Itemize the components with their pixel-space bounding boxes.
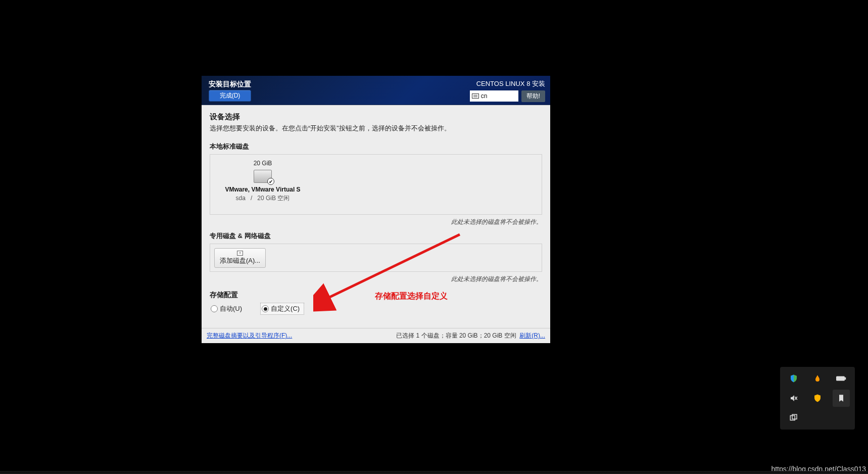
multitask-icon[interactable] — [789, 413, 799, 423]
refresh-link[interactable]: 刷新(R)... — [519, 332, 545, 339]
radio-custom[interactable]: 自定义(C) — [260, 303, 304, 315]
bookmark-icon[interactable] — [833, 390, 850, 407]
installer-header: 安装目标位置 完成(D) CENTOS LINUX 8 安装 cn 帮助! — [202, 76, 550, 105]
droplet-icon[interactable] — [812, 373, 823, 384]
radio-auto[interactable]: 自动(U) — [210, 303, 246, 314]
device-selection-desc: 选择您想要安装的设备。在您点击“开始安装”按钮之前，选择的设备并不会被操作。 — [210, 124, 542, 133]
disk-size: 20 GiB — [254, 160, 272, 167]
svg-rect-1 — [836, 376, 845, 381]
local-disks-panel: 20 GiB ✔ VMware, VMware Virtual S sda / … — [210, 154, 542, 215]
battery-icon[interactable] — [836, 373, 846, 384]
defender-icon[interactable] — [812, 393, 823, 403]
mute-icon[interactable] — [789, 393, 799, 403]
local-disks-note: 此处未选择的磁盘将不会被操作。 — [210, 218, 542, 226]
shield-icon[interactable] — [789, 373, 799, 384]
special-disks-title: 专用磁盘 & 网络磁盘 — [210, 231, 542, 241]
footer-summary-text: 已选择 1 个磁盘；容量 20 GiB；20 GiB 空闲 — [396, 332, 516, 339]
keyboard-layout-code: cn — [481, 92, 488, 100]
installer-window: 安装目标位置 完成(D) CENTOS LINUX 8 安装 cn 帮助! 设备… — [202, 76, 550, 343]
annotation-text: 存储配置选择自定义 — [375, 291, 448, 302]
disk-free: 20 GiB 空闲 — [257, 195, 290, 202]
tray-empty-2 — [836, 413, 846, 423]
storage-config-radios: 自动(U) 自定义(C) — [210, 303, 542, 315]
help-button[interactable]: 帮助! — [521, 90, 545, 102]
installer-brand: CENTOS LINUX 8 安装 — [476, 79, 545, 88]
keyboard-icon — [472, 93, 479, 99]
special-disks-panel: 添加磁盘(A)... — [210, 244, 542, 272]
radio-custom-label: 自定义(C) — [271, 304, 300, 313]
tray-empty-1 — [812, 413, 823, 423]
disk-name: VMware, VMware Virtual S — [225, 186, 300, 193]
full-disk-summary-link[interactable]: 完整磁盘摘要以及引导程序(F)... — [207, 331, 292, 340]
keyboard-layout-field[interactable]: cn — [470, 90, 518, 102]
radio-auto-indicator — [211, 305, 218, 312]
taskbar[interactable] — [0, 471, 868, 474]
disk-dev: sda — [236, 195, 246, 202]
add-disk-button[interactable]: 添加磁盘(A)... — [214, 248, 266, 268]
page-title: 安装目标位置 — [209, 80, 251, 89]
radio-auto-label: 自动(U) — [220, 304, 242, 313]
radio-custom-indicator — [262, 305, 269, 312]
special-disks-note: 此处未选择的磁盘将不会被操作。 — [210, 275, 542, 283]
disk-item-sda[interactable]: 20 GiB ✔ VMware, VMware Virtual S sda / … — [217, 160, 308, 203]
add-disk-icon — [237, 251, 243, 256]
footer-summary: 已选择 1 个磁盘；容量 20 GiB；20 GiB 空闲 刷新(R)... — [396, 331, 545, 340]
system-tray-popup — [780, 367, 855, 430]
local-disks-title: 本地标准磁盘 — [210, 142, 542, 151]
add-disk-label: 添加磁盘(A)... — [220, 256, 260, 265]
device-selection-title: 设备选择 — [210, 112, 542, 122]
disk-selected-check-icon: ✔ — [267, 178, 274, 185]
harddrive-icon: ✔ — [254, 170, 272, 183]
disk-subinfo: sda / 20 GiB 空闲 — [236, 194, 290, 203]
installer-footer: 完整磁盘摘要以及引导程序(F)... 已选择 1 个磁盘；容量 20 GiB；2… — [202, 328, 550, 343]
done-button[interactable]: 完成(D) — [209, 90, 251, 102]
svg-rect-2 — [845, 377, 846, 380]
